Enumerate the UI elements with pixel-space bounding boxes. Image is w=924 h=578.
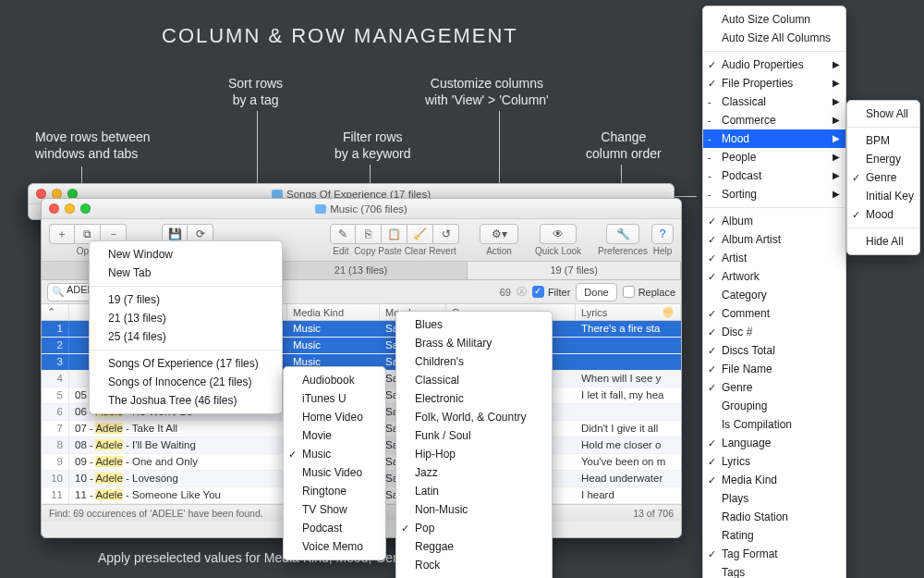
menu-item[interactable]: ✓Genre: [703, 378, 845, 397]
cell-lyrics[interactable]: Hold me closer o: [576, 437, 681, 453]
menu-item[interactable]: -People▶: [703, 148, 845, 166]
menu-item[interactable]: Non-Music: [396, 500, 552, 519]
clear-button[interactable]: 🧹: [407, 224, 433, 244]
menu-mood-sub[interactable]: Show AllBPMEnergy✓GenreInitial Key✓MoodH…: [846, 100, 920, 255]
menu-item[interactable]: iTunes U: [284, 389, 385, 408]
col-mediakind[interactable]: Media Kind: [287, 304, 380, 320]
menu-item[interactable]: Is Compilation: [703, 415, 845, 434]
menu-item[interactable]: ✓Media Kind: [703, 471, 845, 489]
paste-button[interactable]: 📋: [382, 224, 407, 244]
add-button[interactable]: ＋: [49, 224, 75, 244]
cell-track[interactable]: 09 - Adele - One and Only: [69, 454, 287, 470]
menu-item[interactable]: Stage & Screen: [396, 574, 552, 578]
cell-mediakind[interactable]: Music: [287, 321, 380, 337]
filter-checkbox[interactable]: [532, 286, 544, 298]
menu-item[interactable]: ✓Artist: [703, 249, 845, 267]
menu-item[interactable]: Radio Station: [703, 508, 845, 526]
menu-item[interactable]: 19 (7 files): [90, 290, 282, 309]
titlebar-front[interactable]: Music (706 files): [42, 199, 681, 219]
menu-item[interactable]: The Joshua Tree (46 files): [90, 391, 282, 410]
menu-item[interactable]: ✓Language: [703, 434, 845, 452]
menu-item[interactable]: -Commerce▶: [703, 111, 845, 129]
menu-item[interactable]: Ringtone: [284, 482, 385, 500]
menu-item[interactable]: BPM: [847, 131, 919, 150]
menu-item[interactable]: Songs of Innocence (21 files): [90, 373, 282, 391]
menu-item[interactable]: Initial Key: [847, 187, 919, 205]
action-button[interactable]: ⚙︎▾: [480, 224, 518, 244]
expand-col[interactable]: ⌃: [42, 304, 69, 320]
menu-item[interactable]: ✓File Properties▶: [703, 74, 845, 92]
cell-lyrics[interactable]: When will I see y: [576, 371, 681, 387]
menu-item[interactable]: Auto Size All Columns: [703, 29, 845, 47]
cell-lyrics[interactable]: There's a fire sta: [576, 321, 681, 337]
close-icon[interactable]: [49, 203, 59, 214]
menu-item[interactable]: Tags: [703, 563, 845, 578]
menu-item[interactable]: ✓Comment: [703, 304, 845, 323]
done-button[interactable]: Done: [576, 283, 616, 301]
quicklook-button[interactable]: 👁: [540, 224, 577, 244]
tab-2[interactable]: 19 (7 files): [468, 262, 681, 279]
cell-lyrics[interactable]: You've been on m: [576, 454, 681, 470]
menu-item[interactable]: Funk / Soul: [396, 426, 552, 445]
menu-item[interactable]: Plays: [703, 489, 845, 508]
cell-lyrics[interactable]: Didn't I give it all: [576, 421, 681, 437]
menu-item[interactable]: Hip-Hop: [396, 445, 552, 463]
clear-search-icon[interactable]: ⓧ: [517, 285, 527, 299]
menu-item[interactable]: Grouping: [703, 397, 845, 415]
col-lyrics[interactable]: Lyrics✊: [576, 304, 681, 320]
help-button[interactable]: ?: [651, 224, 674, 244]
menu-item[interactable]: ✓Lyrics: [703, 452, 845, 471]
menu-genre[interactable]: BluesBrass & MilitaryChildren'sClassical…: [395, 311, 553, 578]
menu-mediakind[interactable]: AudiobookiTunes UHome VideoMovie✓MusicMu…: [283, 366, 386, 560]
menu-item[interactable]: ✓Discs Total: [703, 341, 845, 360]
replace-checkbox[interactable]: [623, 286, 635, 298]
menu-item[interactable]: ✓Mood: [847, 205, 919, 224]
edit-button[interactable]: ✎: [330, 224, 356, 244]
revert-button[interactable]: ↺: [433, 224, 459, 244]
menu-item[interactable]: ✓Pop: [396, 519, 552, 537]
menu-item[interactable]: Folk, World, & Country: [396, 408, 552, 426]
menu-item[interactable]: ✓File Name: [703, 360, 845, 378]
menu-item[interactable]: ✓Album Artist: [703, 230, 845, 249]
menu-item[interactable]: Rating: [703, 526, 845, 545]
cell-mediakind[interactable]: Music: [287, 338, 380, 353]
menu-item[interactable]: Podcast: [284, 519, 385, 537]
menu-item[interactable]: Energy: [847, 150, 919, 168]
cell-track[interactable]: 11 - Adele - Someone Like You: [69, 487, 287, 503]
menu-item[interactable]: Home Video: [284, 408, 385, 426]
cell-track[interactable]: 07 - Adele - Take It All: [69, 421, 287, 437]
menu-item[interactable]: 25 (14 files): [90, 327, 282, 346]
menu-item[interactable]: Electronic: [396, 389, 552, 408]
menu-item[interactable]: 21 (13 files): [90, 309, 282, 327]
menu-item[interactable]: Children's: [396, 352, 552, 371]
menu-item[interactable]: Category: [703, 286, 845, 304]
cell-track[interactable]: 10 - Adele - Lovesong: [69, 471, 287, 486]
menu-item[interactable]: Hide All: [847, 232, 919, 251]
menu-item[interactable]: ✓Tag Format: [703, 545, 845, 563]
menu-item[interactable]: ✓Music: [284, 445, 385, 463]
menu-item[interactable]: Movie: [284, 426, 385, 445]
menu-item[interactable]: New Window: [90, 245, 282, 264]
menu-item[interactable]: Reggae: [396, 537, 552, 556]
copy-button[interactable]: ⎘: [356, 224, 382, 244]
menu-item[interactable]: Classical: [396, 371, 552, 389]
menu-window-list[interactable]: New WindowNew Tab19 (7 files)21 (13 file…: [89, 240, 283, 414]
menu-item[interactable]: TV Show: [284, 500, 385, 519]
menu-item[interactable]: Show All: [847, 105, 919, 123]
preferences-button[interactable]: 🔧: [606, 224, 639, 244]
tab-1[interactable]: 21 (13 files): [255, 262, 468, 279]
menu-item[interactable]: ✓Artwork: [703, 267, 845, 286]
menu-item[interactable]: Jazz: [396, 463, 552, 482]
menu-item[interactable]: New Tab: [90, 264, 282, 282]
menu-item[interactable]: Rock: [396, 556, 552, 574]
cell-lyrics[interactable]: [576, 338, 681, 353]
cell-track[interactable]: 08 - Adele - I'll Be Waiting: [69, 437, 287, 453]
menu-item[interactable]: -Classical▶: [703, 92, 845, 111]
menu-item[interactable]: ✓Album: [703, 212, 845, 230]
cell-lyrics[interactable]: [576, 354, 681, 370]
menu-item[interactable]: ✓Genre: [847, 168, 919, 187]
menu-item[interactable]: Blues: [396, 315, 552, 334]
menu-item[interactable]: Voice Memo: [284, 537, 385, 556]
menu-item[interactable]: Songs Of Experience (17 files): [90, 354, 282, 373]
menu-item[interactable]: ✓Audio Properties▶: [703, 55, 845, 74]
